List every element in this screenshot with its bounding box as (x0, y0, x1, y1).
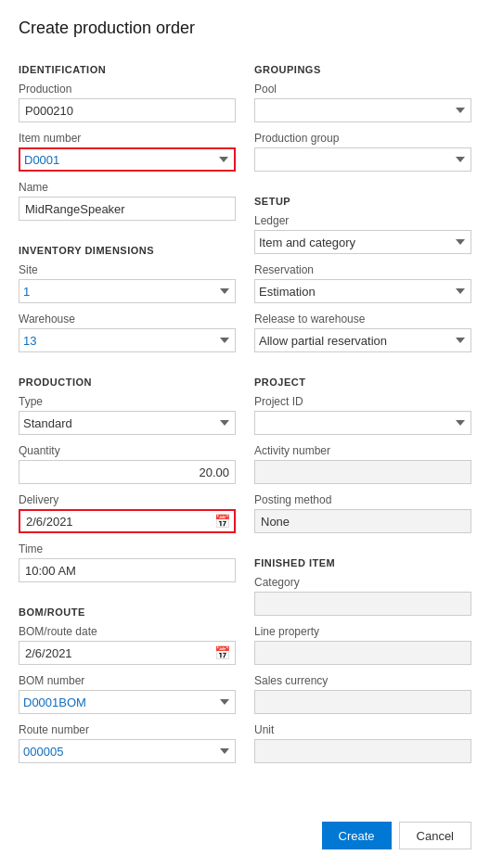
activity-number-input (254, 460, 471, 484)
bom-route-date-input[interactable] (19, 641, 236, 665)
type-label: Type (19, 395, 236, 408)
activity-number-label: Activity number (254, 444, 471, 457)
bom-route-date-label: BOM/route date (19, 625, 236, 638)
section-bom-route: BOM/ROUTE (19, 606, 236, 618)
site-label: Site (19, 263, 236, 276)
release-to-warehouse-label: Release to warehouse (254, 313, 471, 326)
warehouse-select[interactable]: 13 (19, 328, 236, 352)
bom-number-select[interactable]: D0001BOM (19, 690, 236, 714)
production-group-select[interactable] (254, 147, 471, 172)
item-number-label: Item number (19, 132, 236, 145)
unit-label: Unit (254, 723, 471, 736)
category-input (254, 592, 471, 616)
name-input[interactable] (19, 197, 236, 221)
delivery-input[interactable] (19, 509, 236, 533)
ledger-label: Ledger (254, 214, 471, 227)
route-number-select[interactable]: 000005 (19, 739, 236, 763)
posting-method-input (254, 509, 471, 533)
section-project: PROJECT (254, 377, 471, 388)
release-to-warehouse-select[interactable]: Allow partial reservation (254, 328, 471, 352)
pool-label: Pool (254, 83, 471, 96)
time-input[interactable] (19, 558, 236, 582)
route-number-label: Route number (19, 723, 236, 736)
section-inventory-dimensions: INVENTORY DIMENSIONS (19, 245, 236, 256)
warehouse-label: Warehouse (19, 313, 236, 326)
unit-input (254, 739, 471, 763)
pool-select[interactable] (254, 98, 471, 122)
production-group-label: Production group (254, 132, 471, 145)
cancel-button[interactable]: Cancel (399, 822, 471, 849)
delivery-label: Delivery (19, 493, 236, 506)
type-select[interactable]: Standard (19, 411, 236, 435)
section-setup: SETUP (254, 196, 471, 207)
name-label: Name (19, 181, 236, 194)
production-label: Production (19, 83, 236, 96)
production-input[interactable] (19, 98, 236, 122)
quantity-label: Quantity (19, 444, 236, 457)
category-label: Category (254, 576, 471, 589)
section-production: PRODUCTION (19, 377, 236, 388)
section-finished-item: FINISHED ITEM (254, 557, 471, 568)
sales-currency-input (254, 690, 471, 714)
line-property-input (254, 641, 471, 665)
project-id-select[interactable] (254, 411, 471, 435)
reservation-select[interactable]: Estimation (254, 279, 471, 303)
sales-currency-label: Sales currency (254, 674, 471, 687)
quantity-input[interactable] (19, 460, 236, 484)
section-groupings: GROUPINGS (254, 64, 471, 75)
page-title: Create production order (19, 19, 471, 38)
section-identification: IDENTIFICATION (19, 64, 236, 75)
reservation-label: Reservation (254, 263, 471, 276)
posting-method-label: Posting method (254, 493, 471, 506)
project-id-label: Project ID (254, 395, 471, 408)
bom-number-label: BOM number (19, 674, 236, 687)
line-property-label: Line property (254, 625, 471, 638)
item-number-select[interactable]: D0001 (19, 147, 236, 172)
create-button[interactable]: Create (322, 822, 392, 849)
ledger-select[interactable]: Item and category (254, 230, 471, 254)
time-label: Time (19, 542, 236, 555)
site-select[interactable]: 1 (19, 279, 236, 303)
